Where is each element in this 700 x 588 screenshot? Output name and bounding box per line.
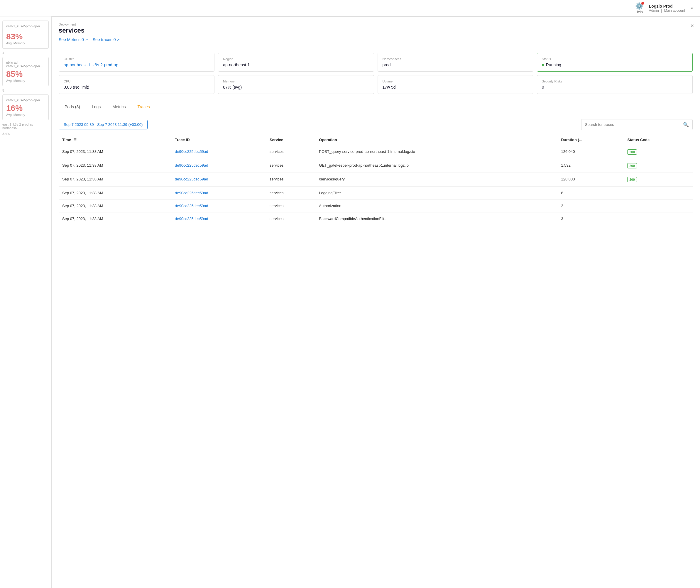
- panel-title: services: [59, 27, 693, 34]
- row-time: Sep 07, 2023, 11:38 AM: [59, 145, 171, 159]
- row-operation: GET_gatekeeper-prod-ap-northeast-1.inter…: [315, 159, 557, 173]
- row-duration: 3: [557, 212, 624, 225]
- cpu-value: 0.03 (No limit): [64, 85, 209, 89]
- deployment-label: Deployment: [59, 23, 693, 26]
- info-card-uptime: Uptime 17w 5d: [378, 75, 533, 94]
- info-card-cpu: CPU 0.03 (No limit): [59, 75, 214, 94]
- cluster-label: Cluster: [64, 57, 209, 61]
- row-time: Sep 07, 2023, 11:38 AM: [59, 200, 171, 212]
- region-label: Region: [223, 57, 369, 61]
- uptime-value: 17w 5d: [383, 85, 528, 89]
- row-trace-id: de90cc225dec59ad: [171, 200, 266, 212]
- row-duration: 128,833: [557, 173, 624, 187]
- info-card-cluster: Cluster ap-northeast-1_k8s-2-prod-ap-...: [59, 53, 214, 72]
- traces-table: Time ☰ Trace ID Service Operation Durati…: [59, 135, 693, 225]
- bg-card-3-title: east-1_k8s-2-prod-ap-northeast-...: [6, 98, 45, 102]
- row-trace-id: de90cc225dec59ad: [171, 173, 266, 187]
- help-label: Help: [635, 10, 643, 14]
- panel: × Deployment services See Metrics 0 ↗ Se…: [51, 16, 700, 588]
- memory-value: 87% (avg): [223, 85, 369, 89]
- row-status-code: 200: [624, 159, 693, 173]
- namespaces-value: prod: [383, 62, 528, 67]
- row-duration: 126,040: [557, 145, 624, 159]
- account-info: Logzio Prod Admin | Main account: [649, 4, 685, 13]
- trace-id-link[interactable]: de90cc225dec59ad: [175, 217, 208, 221]
- background-left-panel: east-1_k8s-2-prod-ap-northeast-... 83% A…: [0, 0, 51, 588]
- security-risks-label: Security Risks: [542, 80, 688, 83]
- trace-id-link[interactable]: de90cc225dec59ad: [175, 177, 208, 181]
- notification-dot: [641, 2, 644, 5]
- see-metrics-count: 0: [82, 37, 84, 42]
- account-sub: Admin | Main account: [649, 9, 685, 13]
- cpu-label: CPU: [64, 80, 209, 83]
- external-link-icon-metrics: ↗: [85, 38, 88, 42]
- table-row: Sep 07, 2023, 11:38 AM de90cc225dec59ad …: [59, 187, 693, 200]
- row-status-code: 200: [624, 145, 693, 159]
- account-role: Admin: [649, 9, 659, 13]
- col-service: Service: [266, 135, 315, 145]
- row-status-code: 200: [624, 173, 693, 187]
- row-trace-id: de90cc225dec59ad: [171, 159, 266, 173]
- row-time: Sep 07, 2023, 11:38 AM: [59, 173, 171, 187]
- see-traces-link[interactable]: See traces 0 ↗: [93, 37, 120, 42]
- row-duration: 1,532: [557, 159, 624, 173]
- bg-card-2-sub: Avg. Memory: [6, 79, 45, 82]
- table-row: Sep 07, 2023, 11:38 AM de90cc225dec59ad …: [59, 173, 693, 187]
- see-traces-count: 0: [114, 37, 116, 42]
- row-duration: 8: [557, 187, 624, 200]
- row-service: services: [266, 200, 315, 212]
- row-duration: 2: [557, 200, 624, 212]
- cluster-value[interactable]: ap-northeast-1_k8s-2-prod-ap-...: [64, 62, 209, 67]
- see-metrics-label: See Metrics: [59, 37, 80, 42]
- close-button[interactable]: ×: [690, 23, 694, 28]
- top-bar-right: ⚙️ Help Logzio Prod Admin | Main account…: [635, 2, 693, 14]
- row-time: Sep 07, 2023, 11:38 AM: [59, 212, 171, 225]
- trace-id-link[interactable]: de90cc225dec59ad: [175, 149, 208, 154]
- help-icon: ⚙️: [635, 2, 643, 10]
- date-range-value: Sep 7 2023 09:39 - Sep 7 2023 11:39 (+03…: [64, 122, 143, 127]
- table-header: Time ☰ Trace ID Service Operation Durati…: [59, 135, 693, 145]
- external-link-icon-traces: ↗: [117, 38, 120, 42]
- see-traces-label: See traces: [93, 37, 112, 42]
- account-name: Logzio Prod: [649, 4, 673, 9]
- row-service: services: [266, 173, 315, 187]
- info-card-status: Status Running: [537, 53, 693, 72]
- table-row: Sep 07, 2023, 11:38 AM de90cc225dec59ad …: [59, 159, 693, 173]
- tab-traces[interactable]: Traces: [131, 101, 155, 113]
- trace-id-link[interactable]: de90cc225dec59ad: [175, 204, 208, 208]
- trace-id-link[interactable]: de90cc225dec59ad: [175, 163, 208, 168]
- account-dropdown-icon[interactable]: ▾: [691, 6, 693, 11]
- status-value: Running: [542, 62, 688, 67]
- col-trace-id: Trace ID: [171, 135, 266, 145]
- row-status-code: [624, 200, 693, 212]
- help-button[interactable]: ⚙️ Help: [635, 2, 643, 14]
- row-time: Sep 07, 2023, 11:38 AM: [59, 187, 171, 200]
- tab-logs[interactable]: Logs: [86, 101, 106, 113]
- namespaces-label: Namespaces: [383, 57, 528, 61]
- date-range-button[interactable]: Sep 7 2023 09:39 - Sep 7 2023 11:39 (+03…: [59, 120, 148, 129]
- traces-toolbar: Sep 7 2023 09:39 - Sep 7 2023 11:39 (+03…: [59, 119, 693, 130]
- status-badge: 200: [627, 149, 637, 155]
- info-card-security-risks: Security Risks 0: [537, 75, 693, 94]
- see-metrics-link[interactable]: See Metrics 0 ↗: [59, 37, 88, 42]
- col-operation: Operation: [315, 135, 557, 145]
- col-status-code: Status Code: [624, 135, 693, 145]
- tab-pods[interactable]: Pods (3): [59, 101, 86, 113]
- search-box[interactable]: 🔍: [581, 119, 693, 130]
- traces-section: Sep 7 2023 09:39 - Sep 7 2023 11:39 (+03…: [52, 113, 700, 231]
- row-time: Sep 07, 2023, 11:38 AM: [59, 159, 171, 173]
- bg-card-2-pct: 85%: [6, 70, 45, 79]
- trace-id-link[interactable]: de90cc225dec59ad: [175, 191, 208, 195]
- bg-card-3: east-1_k8s-2-prod-ap-northeast-... 16% A…: [2, 94, 49, 120]
- memory-label: Memory: [223, 80, 369, 83]
- status-dot: [542, 64, 544, 66]
- search-icon: 🔍: [683, 122, 689, 127]
- search-input[interactable]: [585, 122, 683, 127]
- info-card-namespaces: Namespaces prod: [378, 53, 533, 72]
- time-filter-icon[interactable]: ☰: [73, 138, 77, 142]
- tab-metrics[interactable]: Metrics: [106, 101, 131, 113]
- bg-card-2-title-line1: ublic-api: [6, 61, 45, 64]
- account-type: Main account: [664, 9, 685, 13]
- status-badge: 200: [627, 163, 637, 168]
- row-operation: /services/query: [315, 173, 557, 187]
